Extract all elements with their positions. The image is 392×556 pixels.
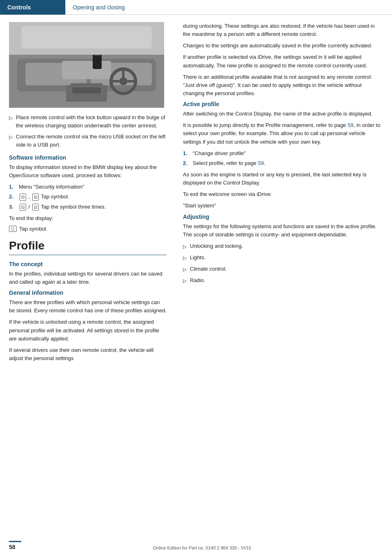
software-info-heading: Software information	[9, 154, 167, 161]
active-num-1: 1.	[183, 149, 189, 158]
adjusting-list: ▷ Unlocking and locking. ▷ Lights. ▷ Cli…	[183, 242, 383, 285]
active-body3: As soon as the engine is started or any …	[183, 171, 383, 187]
start-system: "Start system"	[183, 202, 383, 210]
active-body2-pre: It is possible to jump directly to the P…	[183, 122, 347, 128]
active-body2: It is possible to jump directly to the P…	[183, 121, 383, 146]
active-numbered-list: 1. "Change driver profile" 2. Select pro…	[183, 149, 383, 167]
concept-heading: The concept	[9, 261, 167, 267]
key-icon-2a: ⊡	[20, 193, 26, 201]
header-section-label: Opening and closing	[65, 0, 392, 15]
tap-symbol-row: ⬡ Tap symbol.	[9, 226, 167, 232]
header-controls-label: Controls	[0, 0, 65, 15]
num-3: 3.	[9, 203, 16, 211]
adjusting-item-1: ▷ Unlocking and locking.	[183, 242, 383, 250]
adj-arrow-2: ▷	[183, 254, 187, 262]
profile-divider	[9, 255, 167, 255]
active-num-2-text: Select profile, refer to page 59.	[193, 159, 265, 167]
software-numbered-list: 1. Menu "Security information" 2. ⊡ , ⊡ …	[9, 183, 167, 211]
numbered-item-1: 1. Menu "Security information"	[9, 183, 167, 191]
active-num-2: 2.	[183, 159, 189, 167]
controls-text: Controls	[7, 4, 31, 11]
numbered-item-2: 2. ⊡ , ⊡ Tap symbol.	[9, 193, 167, 201]
bullet-arrow-2: ▷	[9, 133, 13, 149]
adj-text-4: Radio.	[190, 276, 205, 285]
adjusting-heading: Adjusting	[183, 214, 383, 220]
num-2: 2.	[9, 193, 16, 201]
profile-main-heading: Profile	[9, 239, 167, 252]
general-info-heading: General information	[9, 289, 167, 296]
concept-body: In the profiles, individual settings for…	[9, 270, 167, 286]
section-text: Opening and closing	[73, 4, 125, 11]
right-body2: Changes to the settings are automaticall…	[183, 42, 383, 50]
num-3-text: ⊡ / ⊡ Tap the symbol three times.	[19, 203, 106, 211]
active-body1: After switching on the Control Display, …	[183, 110, 383, 118]
tap-icon: ⬡	[9, 226, 17, 232]
adj-arrow-4: ▷	[183, 277, 187, 285]
left-column: ▷ Place remote control with the lock but…	[0, 22, 176, 366]
num-1-text: Menu "Security information"	[19, 183, 84, 191]
right-body1: during unlocking. These settings are als…	[183, 22, 383, 38]
software-info-body: To display information stored in the BMW…	[9, 163, 167, 180]
general-info-body2: If the vehicle is unlocked using a remot…	[9, 318, 167, 342]
right-body3: If another profile is selected via iDriv…	[183, 53, 383, 69]
key-icon-3a: ⊡	[20, 204, 26, 211]
svg-rect-5	[62, 61, 111, 79]
page-link-59-a[interactable]: 59	[347, 122, 353, 128]
end-display-label: To end the display:	[9, 214, 167, 222]
adj-text-3: Climate control.	[190, 265, 227, 273]
key-icon-3b: ⊡	[32, 204, 39, 211]
active-num-1-text: "Change driver profile"	[193, 149, 246, 158]
num-1: 1.	[9, 183, 16, 191]
bullet-text-2: Connect the remote control via the micro…	[16, 133, 167, 149]
adj-text-1: Unlocking and locking.	[190, 242, 243, 250]
active-numbered-1: 1. "Change driver profile"	[183, 149, 383, 158]
bullet-item-1: ▷ Place remote control with the lock but…	[9, 113, 167, 129]
bullet-arrow-1: ▷	[9, 114, 13, 129]
general-info-body1: There are three profiles with which pers…	[9, 298, 167, 315]
active-profile-heading: Active profile	[183, 101, 383, 107]
adjusting-item-3: ▷ Climate control.	[183, 265, 383, 273]
active-body4: To exit the welcome screen via iDrive:	[183, 190, 383, 198]
adjusting-item-2: ▷ Lights.	[183, 254, 383, 262]
car-illustration	[9, 22, 164, 108]
page-footer: 58 Online Edition for Part no. 0140 2 96…	[0, 541, 392, 550]
adjusting-item-4: ▷ Radio.	[183, 276, 383, 285]
page-number: 58	[9, 541, 21, 550]
main-content: ▷ Place remote control with the lock but…	[0, 15, 392, 366]
adj-arrow-1: ▷	[183, 243, 187, 250]
bullet-text-1: Place remote control with the lock butto…	[16, 113, 167, 129]
tap-symbol-text: Tap symbol.	[19, 226, 47, 232]
num-2-text: ⊡ , ⊡ Tap symbol.	[19, 193, 69, 201]
right-body4: There is an additional profile available…	[183, 73, 383, 98]
bullet-item-2: ▷ Connect the remote control via the mic…	[9, 133, 167, 149]
svg-rect-13	[72, 87, 101, 93]
general-info-body3: If several drivers use their own remote …	[9, 346, 167, 363]
adj-arrow-3: ▷	[183, 266, 187, 273]
car-image	[9, 22, 164, 108]
adjusting-body: The settings for the following systems a…	[183, 222, 383, 239]
adj-text-2: Lights.	[190, 254, 205, 262]
bullet-list: ▷ Place remote control with the lock but…	[9, 113, 167, 149]
right-column: during unlocking. These settings are als…	[176, 22, 392, 366]
active-numbered-2: 2. Select profile, refer to page 59.	[183, 159, 383, 167]
page-link-59-b[interactable]: 59	[258, 160, 264, 166]
svg-rect-19	[21, 26, 152, 49]
svg-point-8	[119, 77, 127, 85]
numbered-item-3: 3. ⊡ / ⊡ Tap the symbol three times.	[9, 203, 167, 211]
footer-note: Online Edition for Part no. 0140 2 964 3…	[21, 545, 383, 550]
key-icon-2b: ⊡	[32, 193, 39, 201]
page-header: Controls Opening and closing	[0, 0, 392, 15]
